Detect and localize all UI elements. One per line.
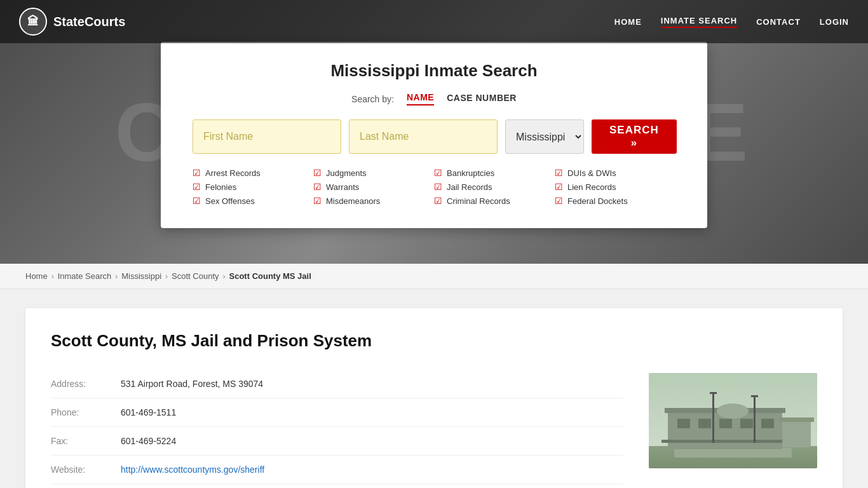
checkmark-icon: ☑	[313, 196, 322, 206]
website-link[interactable]: http://www.scottcountyms.gov/sheriff	[121, 464, 264, 475]
check-label: Criminal Records	[447, 196, 510, 206]
search-by-label: Search by:	[351, 94, 394, 104]
nav-inmate-search[interactable]: INMATE SEARCH	[661, 16, 737, 28]
check-item: ☑Lien Records	[555, 182, 675, 192]
svg-rect-7	[719, 419, 732, 428]
logo-icon: 🏛	[19, 8, 47, 36]
check-label: Arrest Records	[205, 168, 261, 178]
check-label: Sex Offenses	[205, 196, 255, 206]
jail-scene-svg	[649, 373, 817, 468]
info-section: Address: 531 Airport Road, Forest, MS 39…	[51, 370, 817, 488]
svg-rect-12	[754, 395, 756, 443]
search-row: Mississippi Alabama Alaska Arizona Arkan…	[193, 119, 675, 154]
fax-value: 601-469-5224	[121, 436, 176, 446]
last-name-input[interactable]	[349, 119, 498, 154]
phone-value: 601-469-1511	[121, 407, 176, 417]
address-value: 531 Airport Road, Forest, MS 39074	[121, 379, 263, 389]
jail-image	[649, 373, 817, 468]
breadcrumb-home[interactable]: Home	[25, 271, 48, 281]
phone-label: Phone:	[51, 407, 108, 417]
search-tabs: Search by: NAME CASE NUMBER	[193, 92, 675, 105]
website-row: Website: http://www.scottcountyms.gov/sh…	[51, 456, 623, 484]
checkmark-icon: ☑	[555, 168, 563, 178]
check-item: ☑DUIs & DWIs	[555, 168, 675, 178]
search-card: Mississippi Inmate Search Search by: NAM…	[161, 42, 707, 228]
address-row: Address: 531 Airport Road, Forest, MS 39…	[51, 370, 623, 398]
breadcrumb-sep-3: ›	[165, 272, 168, 281]
state-select[interactable]: Mississippi Alabama Alaska Arizona Arkan…	[505, 119, 584, 154]
checkmark-icon: ☑	[434, 196, 442, 206]
check-label: Warrants	[326, 182, 359, 192]
breadcrumb-sep-4: ›	[223, 272, 226, 281]
breadcrumb: Home › Inmate Search › Mississippi › Sco…	[0, 264, 868, 289]
navbar: 🏛 StateCourts HOME INMATE SEARCH CONTACT…	[0, 0, 868, 43]
check-item: ☑Sex Offenses	[193, 196, 313, 206]
svg-rect-5	[677, 419, 690, 428]
check-item: ☑Felonies	[193, 182, 313, 192]
check-item: ☑Bankruptcies	[434, 168, 555, 178]
website-label: Website:	[51, 464, 108, 475]
main-content: Scott County, MS Jail and Prison System …	[0, 289, 868, 488]
checkmark-icon: ☑	[193, 168, 201, 178]
check-item: ☑Federal Dockets	[555, 196, 675, 206]
check-label: Felonies	[205, 182, 236, 192]
fax-label: Fax:	[51, 436, 108, 446]
search-button[interactable]: SEARCH »	[592, 119, 677, 154]
check-label: Federal Dockets	[567, 196, 628, 206]
checkmark-icon: ☑	[193, 182, 201, 192]
svg-rect-11	[712, 392, 714, 443]
check-item: ☑Warrants	[313, 182, 434, 192]
content-card: Scott County, MS Jail and Prison System …	[25, 308, 843, 488]
check-label: Lien Records	[567, 182, 616, 192]
facebook-row: Facebook: https://www.facebook.com/pages…	[51, 484, 623, 488]
website-value: http://www.scottcountyms.gov/sheriff	[121, 464, 264, 475]
check-item: ☑Criminal Records	[434, 196, 555, 206]
nav-links: HOME INMATE SEARCH CONTACT LOGIN	[614, 16, 849, 28]
tab-case-number[interactable]: CASE NUMBER	[447, 93, 517, 105]
first-name-input[interactable]	[193, 119, 341, 154]
checkmark-icon: ☑	[313, 168, 322, 178]
checkmark-icon: ☑	[555, 196, 563, 206]
brand[interactable]: 🏛 StateCourts	[19, 8, 125, 36]
nav-login[interactable]: LOGIN	[820, 17, 849, 27]
svg-point-15	[717, 403, 749, 419]
address-label: Address:	[51, 379, 108, 389]
svg-rect-17	[779, 417, 814, 422]
nav-contact[interactable]: CONTACT	[756, 17, 801, 27]
search-title: Mississippi Inmate Search	[193, 61, 675, 81]
breadcrumb-sep-1: ›	[51, 272, 54, 281]
check-label: Jail Records	[447, 182, 492, 192]
nav-home[interactable]: HOME	[614, 17, 642, 27]
svg-rect-6	[698, 419, 711, 428]
check-item: ☑Arrest Records	[193, 168, 313, 178]
tab-name[interactable]: NAME	[407, 92, 434, 105]
svg-rect-13	[710, 392, 717, 394]
svg-rect-14	[751, 395, 758, 397]
checkmarks-grid: ☑Arrest Records☑Judgments☑Bankruptcies☑D…	[193, 168, 675, 206]
check-label: Bankruptcies	[447, 168, 494, 178]
content-title: Scott County, MS Jail and Prison System	[51, 331, 817, 351]
checkmark-icon: ☑	[313, 182, 322, 192]
check-item: ☑Misdemeanors	[313, 196, 434, 206]
phone-row: Phone: 601-469-1511	[51, 398, 623, 427]
info-table: Address: 531 Airport Road, Forest, MS 39…	[51, 370, 623, 488]
check-label: Misdemeanors	[326, 196, 380, 206]
fax-row: Fax: 601-469-5224	[51, 427, 623, 456]
breadcrumb-scott-county[interactable]: Scott County	[172, 271, 219, 281]
svg-rect-16	[782, 421, 811, 447]
svg-rect-2	[674, 448, 792, 458]
checkmark-icon: ☑	[434, 168, 442, 178]
check-item: ☑Jail Records	[434, 182, 555, 192]
breadcrumb-inmate-search[interactable]: Inmate Search	[58, 271, 112, 281]
brand-name: StateCourts	[53, 15, 125, 29]
check-label: Judgments	[326, 168, 367, 178]
checkmark-icon: ☑	[434, 182, 442, 192]
breadcrumb-mississippi[interactable]: Mississippi	[121, 271, 161, 281]
check-label: DUIs & DWIs	[567, 168, 616, 178]
checkmark-icon: ☑	[555, 182, 563, 192]
checkmark-icon: ☑	[193, 196, 201, 206]
svg-rect-8	[740, 419, 753, 428]
breadcrumb-sep-2: ›	[115, 272, 118, 281]
check-item: ☑Judgments	[313, 168, 434, 178]
breadcrumb-current: Scott County MS Jail	[229, 271, 311, 281]
